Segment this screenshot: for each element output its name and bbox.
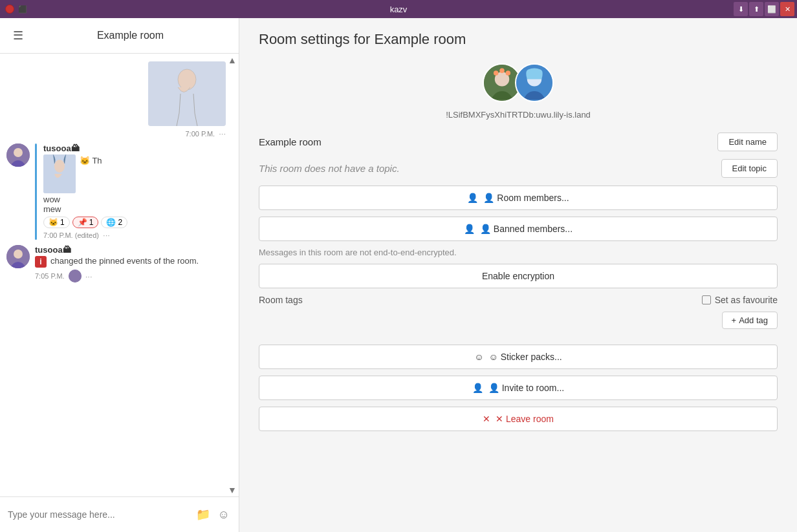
titlebar-btn-3[interactable]: ⬜	[765, 2, 779, 16]
set-favourite-row: Set as favourite	[702, 295, 778, 305]
edit-name-button[interactable]: Edit name	[717, 133, 778, 151]
message-meta: 7:00 P.M. (edited) ···	[43, 230, 234, 240]
room-topic-row: This room does not have a topic. Edit to…	[259, 159, 778, 178]
chat-input[interactable]	[8, 509, 190, 520]
hamburger-button[interactable]: ☰	[10, 26, 26, 45]
room-avatars	[259, 63, 778, 102]
reaction-count: 1	[60, 218, 65, 227]
svg-point-16	[499, 69, 504, 73]
attachment-icon: 📁	[196, 508, 210, 521]
edit-topic-button[interactable]: Edit topic	[721, 159, 778, 178]
add-tag-container: + Add tag	[259, 312, 778, 337]
message-more-button[interactable]: ···	[103, 230, 110, 240]
avatar-svg	[6, 245, 30, 268]
set-favourite-label: Set as favourite	[715, 295, 778, 305]
svg-point-1	[178, 69, 196, 90]
message-time: 7:00 P.M.	[185, 130, 215, 138]
room-tags-label: Room tags	[259, 295, 303, 305]
encryption-notice: Messages in this room are not end-to-end…	[259, 248, 778, 257]
titlebar-title: kazv	[390, 5, 408, 14]
banned-members-icon: 👤	[464, 224, 475, 234]
titlebar-btn-1[interactable]: ⬇	[734, 2, 748, 16]
sticker-packs-button[interactable]: ☺ ☺ Sticker packs...	[259, 345, 778, 369]
emoji-button[interactable]: ☺	[217, 507, 231, 523]
message-time: 7:00 P.M. (edited)	[43, 231, 99, 239]
reaction-count: 1	[89, 218, 94, 227]
reaction-emoji: 📌	[78, 218, 87, 227]
invite-button[interactable]: 👤 👤 Invite to room...	[259, 376, 778, 400]
list-item: tusooa🏔 i changed the pinned events of t…	[0, 242, 239, 285]
scroll-down-button[interactable]: ▼	[226, 484, 239, 496]
enable-encryption-button[interactable]: Enable encryption	[259, 264, 778, 288]
reaction-emoji: 🌐	[106, 218, 116, 227]
svg-point-17	[506, 70, 510, 75]
message-sender: tusooa🏔	[43, 144, 234, 153]
invite-label: 👤 Invite to room...	[488, 383, 564, 393]
titlebar-close-button[interactable]: ✕	[780, 2, 794, 16]
reaction-cat[interactable]: 🐱 1	[43, 217, 70, 228]
add-tag-button[interactable]: + Add tag	[722, 312, 778, 329]
room-avatar-2	[515, 63, 554, 102]
svg-point-9	[54, 160, 65, 173]
room-name-row: Example room Edit name	[259, 133, 778, 151]
scroll-up-button[interactable]: ▲	[226, 54, 239, 67]
info-badge: i	[35, 256, 47, 268]
message-content: tusooa🏔	[43, 144, 234, 240]
message-thumbnail	[43, 154, 76, 193]
reaction-globe[interactable]: 🌐 2	[101, 217, 127, 228]
favourite-checkbox[interactable]	[702, 295, 711, 304]
reply-avatar	[69, 270, 82, 282]
message-text-area: 🐱 Th	[80, 154, 102, 166]
sticker-packs-label: ☺ Sticker packs...	[489, 352, 562, 362]
message-sender: tusooa🏔	[35, 245, 234, 255]
titlebar-btn-2[interactable]: ⬆	[749, 2, 763, 16]
reaction-pin[interactable]: 📌 1	[72, 217, 99, 228]
thumbnail-svg	[43, 154, 76, 193]
system-message-text: changed the pinned events of the room.	[50, 256, 199, 266]
main-container: ☰ Example room ▲	[0, 18, 797, 532]
emoji-icon: ☺	[218, 508, 230, 521]
avatar-svg	[6, 144, 30, 167]
room-members-icon: 👤	[467, 193, 478, 203]
table-row: 7:00 P.M. ···	[0, 59, 239, 141]
svg-point-7	[14, 148, 23, 157]
chat-header: ☰ Example room	[0, 18, 239, 54]
banned-members-label: 👤 Banned members...	[480, 224, 573, 234]
message-content: tusooa🏔 i changed the pinned events of t…	[35, 245, 234, 282]
reaction-emoji: 🐱	[49, 218, 58, 227]
list-item: tusooa🏔	[0, 141, 239, 242]
add-tag-label: Add tag	[739, 315, 768, 325]
invite-icon: 👤	[472, 383, 483, 393]
add-tag-plus-icon: +	[732, 315, 737, 325]
image-svg	[148, 61, 226, 126]
room-name-value: Example room	[259, 136, 710, 147]
chat-messages[interactable]: ▲	[0, 54, 239, 496]
room-members-label: 👤 Room members...	[483, 193, 569, 203]
hamburger-icon: ☰	[13, 29, 23, 42]
svg-point-12	[69, 270, 82, 282]
avatar	[6, 144, 30, 167]
room-members-button[interactable]: 👤 👤 Room members...	[259, 186, 778, 210]
avatar-small	[69, 270, 82, 282]
banned-members-button[interactable]: 👤 👤 Banned members...	[259, 217, 778, 241]
leave-room-icon: ✕	[483, 414, 490, 424]
chat-input-area: 📁 ☺	[0, 496, 239, 532]
message-more-button[interactable]: ···	[85, 271, 93, 281]
message-image-block: 7:00 P.M. ···	[148, 61, 226, 138]
message-image	[148, 61, 226, 126]
avatar	[6, 245, 30, 268]
message-more-button[interactable]: ···	[219, 129, 226, 138]
message-body: 🐱 Th	[43, 154, 234, 193]
message-time: 7:05 P.M.	[35, 272, 65, 280]
settings-panel: Room settings for Example room	[239, 18, 797, 532]
reactions-container: 🐱 1 📌 1 🌐 2	[43, 217, 234, 228]
titlebar-right-controls: ⬇ ⬆ ⬜ ✕	[734, 2, 794, 16]
leave-room-button[interactable]: ✕ ✕ Leave room	[259, 407, 778, 431]
attachment-button[interactable]: 📁	[195, 506, 212, 523]
message-label: wow mew	[43, 195, 234, 214]
message-meta: 7:00 P.M. ···	[148, 129, 226, 138]
sticker-packs-icon: ☺	[474, 352, 483, 362]
room-topic-value: This room does not have a topic.	[259, 163, 714, 174]
settings-title: Room settings for Example room	[259, 31, 778, 48]
message-meta: 7:05 P.M. ···	[35, 270, 234, 282]
